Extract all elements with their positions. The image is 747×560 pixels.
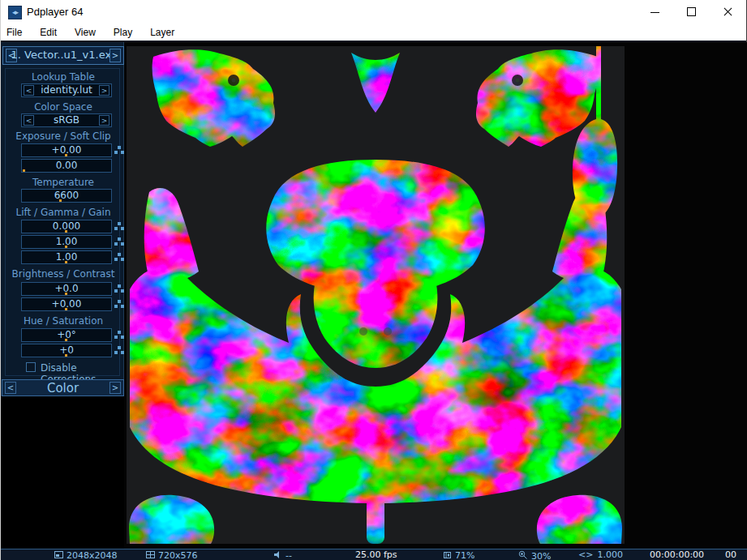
color-panel-surface: < 1. Vector..u1_v1.exr > Lookup Table < … (1, 42, 124, 396)
contrast-field[interactable]: +0.00 (21, 297, 112, 311)
colorspace-next-icon[interactable]: > (99, 115, 109, 126)
menu-file[interactable]: File (1, 24, 31, 41)
lookup-table-value: identity.lut (41, 84, 92, 96)
cache-icon (443, 550, 452, 559)
soft-clip-slider-tick[interactable] (23, 169, 25, 172)
saturation-slider-tick[interactable] (65, 354, 67, 357)
hue-slider-tick[interactable] (65, 339, 67, 341)
content-area: < 1. Vector..u1_v1.exr > Lookup Table < … (1, 42, 747, 549)
lookup-prev-icon[interactable]: < (24, 85, 34, 96)
status-bar: 2048x2048 720x576 -- 25.00 fps 71% (1, 549, 747, 560)
lookup-table-selector[interactable]: < identity.lut > (21, 83, 112, 97)
contrast-keyframe-icon[interactable] (114, 300, 124, 308)
window-title: Pdplayer 64 (27, 6, 83, 18)
status-zoom[interactable]: 30% (518, 549, 551, 560)
soft-clip-field[interactable]: 0.00 (21, 159, 112, 173)
menu-view[interactable]: View (66, 24, 105, 41)
close-button[interactable] (710, 0, 746, 24)
exposure-softclip-label: Exposure / Soft Clip (6, 130, 121, 142)
image-frame (127, 46, 625, 544)
layer-panel: < 1. Vector..u1_v1.exr > Lookup Table < … (1, 42, 124, 549)
image-size-icon (54, 550, 63, 559)
exposure-field[interactable]: +0.00 (21, 143, 112, 157)
layer-next-button[interactable]: > (109, 49, 121, 62)
status-fps[interactable]: 25.00 fps (355, 549, 397, 560)
menu-bar: File Edit View Play Layer (1, 24, 746, 42)
brightness-keyframe-icon[interactable] (114, 284, 124, 293)
colorspace-prev-icon[interactable]: < (24, 115, 34, 126)
disable-corrections-checkbox[interactable] (26, 362, 36, 372)
status-image-size: 2048x2048 (54, 549, 118, 560)
maximize-icon (687, 7, 696, 16)
color-space-value: sRGB (54, 114, 79, 126)
viewer-canvas[interactable] (124, 42, 747, 549)
minimize-button[interactable] (637, 0, 673, 24)
maximize-button[interactable] (673, 0, 710, 24)
app-icon: ◂▸ (8, 6, 22, 19)
hue-keyframe-icon[interactable] (114, 331, 124, 339)
face-dot-right (384, 327, 392, 336)
status-project-size: 720x576 (146, 549, 198, 560)
pdplayer-window: ◂▸ Pdplayer 64 File Edit View Play Layer… (0, 0, 747, 560)
gamma-field[interactable]: 1.00 (21, 235, 112, 249)
minimize-icon (650, 12, 659, 13)
aspect-icon: <> (578, 549, 593, 560)
menu-edit[interactable]: Edit (31, 24, 66, 41)
lift-gamma-gain-label: Lift / Gamma / Gain (6, 207, 121, 218)
gain-field[interactable]: 1.00 (21, 250, 112, 264)
temperature-label: Temperature (6, 177, 121, 188)
title-bar[interactable]: ◂▸ Pdplayer 64 (1, 0, 746, 24)
exposure-slider-tick[interactable] (65, 154, 67, 156)
layer-tab-bar: < 1. Vector..u1_v1.exr > (2, 46, 124, 65)
gain-slider-tick[interactable] (65, 261, 67, 263)
lookup-table-label: Lookup Table (6, 71, 121, 83)
hue-field[interactable]: +0° (21, 328, 112, 342)
status-timecode: 00:00:00:00 (650, 549, 704, 560)
lift-slider-tick[interactable] (65, 230, 67, 233)
panel-mode-label[interactable]: Color (2, 381, 123, 395)
status-audio[interactable]: -- (273, 549, 292, 560)
menu-play[interactable]: Play (105, 24, 141, 41)
panel-mode-bar: < Color > (2, 379, 124, 396)
gain-keyframe-icon[interactable] (114, 253, 124, 261)
contrast-slider-tick[interactable] (65, 308, 67, 310)
disable-corrections-row: Disable Corrections (6, 362, 121, 374)
lookup-next-icon[interactable]: > (99, 85, 109, 96)
saturation-field[interactable]: +0 (21, 344, 112, 357)
status-aspect[interactable]: <>1.000 (578, 549, 623, 560)
layer-tab-title[interactable]: 1. Vector..u1_v1.exr (3, 49, 123, 61)
color-space-selector[interactable]: < sRGB > (21, 113, 112, 127)
temperature-slider-tick[interactable] (59, 199, 62, 202)
speaker-icon (273, 550, 282, 559)
gamma-slider-tick[interactable] (65, 246, 67, 248)
color-controls-group: Lookup Table < identity.lut > Color Spac… (5, 68, 120, 376)
face-dot-left (359, 327, 367, 336)
project-size-icon (146, 550, 155, 559)
gamma-keyframe-icon[interactable] (114, 237, 124, 246)
brightness-field[interactable]: +0.0 (21, 282, 112, 296)
menu-layer[interactable]: Layer (141, 24, 183, 41)
temperature-field[interactable]: 6600 (21, 189, 112, 203)
panel-mode-next-button[interactable]: > (109, 382, 121, 394)
exposure-keyframe-icon[interactable] (114, 146, 124, 154)
status-timecode-clipped: 00 (725, 549, 736, 560)
lift-field[interactable]: 0.000 (21, 220, 112, 233)
brightness-slider-tick[interactable] (65, 293, 67, 295)
status-cache: 71% (443, 549, 474, 560)
saturation-keyframe-icon[interactable] (114, 346, 124, 354)
color-space-label: Color Space (6, 101, 121, 113)
vector-displacement-texture (127, 46, 625, 544)
zoom-icon (518, 550, 528, 560)
brightness-contrast-label: Brightness / Contrast (6, 268, 121, 280)
lift-keyframe-icon[interactable] (114, 222, 124, 230)
hue-saturation-label: Hue / Saturation (6, 315, 121, 327)
